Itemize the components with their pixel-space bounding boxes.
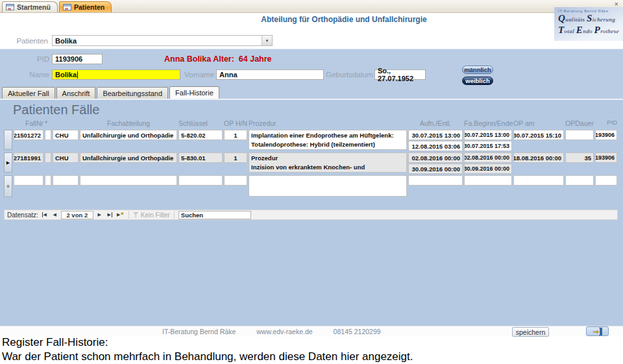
col-fallnr: FallNr	[14, 119, 43, 127]
cell-op-hn[interactable]	[224, 175, 247, 186]
patient-selector-label: Patienten	[14, 37, 48, 45]
previous-record-icon[interactable]	[51, 211, 59, 219]
col-pid: PID	[595, 119, 617, 126]
cell-star[interactable]	[45, 130, 51, 140]
save-button[interactable]: speichern	[512, 327, 549, 337]
cell-fallnr[interactable]: 27181991	[14, 152, 43, 163]
col-prozedur: Prozedur	[249, 119, 407, 127]
cell-pid[interactable]: 1193906	[595, 130, 617, 140]
cell-prozedur[interactable]	[249, 175, 407, 197]
chevron-down-icon[interactable]	[262, 36, 272, 45]
caption-line2: War der Patient schon mehrfach in Behand…	[2, 350, 413, 364]
cell-fachabteilung[interactable]: Unfallchirurgie und Orthopädie	[80, 152, 177, 163]
cell-code[interactable]: CHU	[53, 130, 79, 140]
tab-label: Startmenü	[17, 3, 51, 11]
phone-number: 08145 2120299	[334, 328, 381, 335]
cell-fallnr[interactable]: 21501272	[14, 130, 43, 140]
cell-opdauer[interactable]: 35	[565, 152, 594, 163]
cell-fa-beginn[interactable]: 02.08.2016 00:00	[464, 152, 512, 163]
search-input[interactable]: Suchen	[178, 211, 251, 219]
name-field[interactable]: Bolika	[52, 69, 180, 80]
record-navigation-bar: Datensatz: 2 von 2 Kein Filter Suchen	[4, 210, 618, 220]
subtab-anschrift[interactable]: Anschrift	[56, 87, 96, 99]
subtab-bearbeitungsstand[interactable]: Bearbeitungsstand	[97, 87, 168, 99]
caption-line1: Register Fall-Historie:	[2, 335, 413, 350]
cell-prozedur[interactable]: ProzedurInzision von erkranktem Knochen-…	[249, 152, 407, 173]
subtab-aktueller-fall[interactable]: Aktueller Fall	[2, 87, 55, 99]
cell-entlassung[interactable]: 12.08.2015 03:06	[408, 141, 463, 151]
cell-op-am[interactable]: 30.07.2015 15:10	[513, 130, 564, 140]
tab-startmenu[interactable]: Startmenü	[2, 1, 58, 12]
table-header-row: FallNr * Fachabteilung Schlüssel OP H/N …	[4, 119, 619, 127]
contact-info: IT-Beratung Bernd Räke www.edv-raeke.de …	[162, 328, 381, 335]
cell-fallnr[interactable]	[14, 175, 43, 186]
record-selector[interactable]	[4, 130, 12, 150]
patient-summary: Anna Bolika Alter: 64 Jahre	[164, 55, 272, 64]
record-selector-current[interactable]	[4, 152, 12, 173]
cell-fachabteilung[interactable]: Unfallchirurgie und Orthopädie	[80, 130, 177, 140]
cell-fa-ende[interactable]: 30.07.2015 17:53	[464, 141, 512, 151]
document-tabbar: Startmenü Patienten	[0, 0, 623, 13]
cell-entlassung[interactable]: 30.09.2016 00:00	[408, 164, 463, 174]
cell-op-am[interactable]	[513, 175, 564, 186]
next-record-icon[interactable]	[95, 211, 104, 219]
exit-button[interactable]	[586, 326, 609, 336]
patient-panel: PID 1193906 Anna Bolika Alter: 64 Jahre …	[0, 49, 623, 86]
form-icon	[6, 4, 14, 10]
cell-schluessel[interactable]: 5-820.02	[178, 130, 223, 140]
vorname-field[interactable]: Anna	[216, 69, 324, 80]
filter-icon	[133, 212, 139, 218]
cell-fa-beginn[interactable]: 30.07.2015 13:00	[464, 130, 512, 140]
record-selector-new[interactable]	[4, 175, 12, 197]
table-row: 27181991 CHU Unfallchirurgie und Orthopä…	[4, 152, 619, 174]
female-button[interactable]: weiblich	[462, 77, 493, 85]
geburtsdatum-field[interactable]: So., 27.07.1952	[374, 69, 426, 80]
cell-code[interactable]: CHU	[53, 152, 79, 163]
cell-op-hn[interactable]: 1	[224, 130, 247, 140]
col-fa-beginn-ende: Fa.Beginn/Ende	[464, 119, 512, 127]
pid-field[interactable]: 1193906	[52, 54, 103, 64]
text-cursor	[77, 71, 78, 79]
cell-schluessel[interactable]: 5-830.01	[178, 152, 223, 163]
cell-aufnahme[interactable]: 02.08.2016 00:00	[408, 152, 463, 163]
cases-datasheet: FallNr * Fachabteilung Schlüssel OP H/N …	[4, 119, 619, 199]
cell-code[interactable]	[53, 175, 79, 186]
page-title: Patienten Fälle	[13, 103, 99, 117]
cell-op-am[interactable]: 18.08.2016 00:00	[513, 152, 564, 163]
screen: Startmenü Patienten Abteilung für Orthop…	[0, 0, 623, 364]
table-row: 21501272 CHU Unfallchirurgie und Orthopä…	[4, 130, 619, 151]
last-record-icon[interactable]	[106, 211, 114, 219]
cell-opdauer[interactable]	[565, 130, 594, 140]
form-icon	[63, 4, 71, 10]
cell-star[interactable]	[45, 175, 51, 186]
logo-line2: Qualitäts Sicherung	[558, 13, 623, 25]
department-title: Abteilung für Orthopädie und Unfallchiru…	[253, 15, 435, 24]
first-record-icon[interactable]	[40, 211, 49, 219]
patient-combobox[interactable]: Bolika	[52, 35, 273, 46]
male-button[interactable]: männlich	[462, 66, 493, 74]
cell-fa-ende[interactable]: 30.09.2016 00:00	[464, 164, 512, 174]
form-header: Abteilung für Orthopädie und Unfallchiru…	[0, 13, 623, 49]
cell-pid[interactable]: 1193906	[595, 152, 617, 163]
patient-combobox-value: Bolika	[53, 37, 262, 45]
record-position[interactable]: 2 von 2	[61, 211, 93, 219]
cell-fa-beginn[interactable]	[464, 175, 512, 186]
cell-aufnahme[interactable]: 30.07.2015 13:00	[408, 130, 463, 140]
record-nav-label: Datensatz:	[7, 212, 38, 219]
cell-prozedur[interactable]: Implantation einer Endoprothese am Hüftg…	[249, 130, 407, 150]
tab-patienten[interactable]: Patienten	[59, 1, 112, 12]
cell-aufnahme[interactable]	[408, 175, 463, 186]
cell-opdauer[interactable]	[565, 175, 594, 186]
cell-star[interactable]	[45, 152, 51, 163]
cell-pid[interactable]	[595, 175, 617, 186]
cell-fachabteilung[interactable]	[80, 175, 177, 186]
col-op-am: OP am	[513, 119, 564, 127]
subtab-fall-historie[interactable]: Fall-Historie	[169, 86, 219, 99]
cell-schluessel[interactable]	[178, 175, 223, 186]
cell-op-hn[interactable]: 1	[224, 152, 247, 163]
new-record-icon[interactable]	[116, 211, 125, 219]
col-star: *	[45, 119, 51, 127]
col-fachabteilung: Fachabteilung	[80, 119, 177, 127]
filter-state[interactable]: Kein Filter	[141, 212, 170, 219]
col-opdauer: OPDauer	[565, 119, 594, 127]
